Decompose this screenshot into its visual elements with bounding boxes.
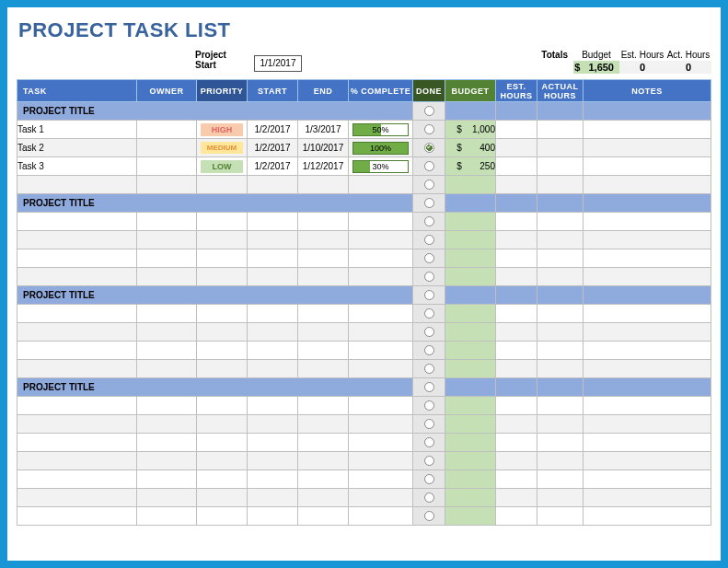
cell[interactable]: [248, 342, 298, 360]
cell[interactable]: [298, 397, 349, 415]
notes-cell[interactable]: [584, 378, 711, 397]
done-cell[interactable]: [413, 102, 445, 121]
radio-icon[interactable]: [424, 198, 434, 208]
done-cell[interactable]: [413, 397, 445, 415]
cell[interactable]: [197, 470, 248, 489]
cell[interactable]: [248, 213, 298, 231]
done-cell[interactable]: [413, 286, 445, 305]
budget-cell[interactable]: [445, 213, 496, 231]
cell[interactable]: [197, 305, 248, 323]
done-cell[interactable]: [413, 323, 445, 342]
cell[interactable]: [248, 489, 298, 507]
cell[interactable]: [584, 342, 711, 360]
done-cell[interactable]: [413, 194, 445, 213]
budget-cell[interactable]: [445, 286, 496, 305]
radio-icon[interactable]: [424, 253, 434, 263]
cell[interactable]: [298, 176, 349, 194]
cell[interactable]: [537, 397, 584, 415]
radio-icon[interactable]: [424, 493, 434, 503]
done-cell[interactable]: [413, 249, 445, 268]
cell[interactable]: [496, 452, 537, 470]
cell[interactable]: [298, 452, 349, 470]
priority-cell[interactable]: LOW: [197, 157, 248, 176]
est-cell[interactable]: [496, 121, 537, 139]
done-cell[interactable]: [413, 507, 445, 526]
start-cell[interactable]: 1/2/2017: [248, 157, 298, 176]
done-cell[interactable]: [413, 415, 445, 434]
cell[interactable]: [349, 213, 413, 231]
cell[interactable]: [17, 176, 137, 194]
cell[interactable]: [349, 415, 413, 434]
done-cell[interactable]: [413, 157, 445, 176]
radio-icon[interactable]: [424, 124, 434, 134]
end-cell[interactable]: 1/10/2017: [298, 139, 349, 157]
cell[interactable]: [17, 434, 137, 452]
cell[interactable]: [248, 360, 298, 378]
act-cell[interactable]: [537, 121, 584, 139]
cell[interactable]: [537, 507, 584, 526]
cell[interactable]: [584, 213, 711, 231]
start-cell[interactable]: 1/2/2017: [248, 121, 298, 139]
cell[interactable]: [248, 176, 298, 194]
cell[interactable]: [248, 434, 298, 452]
cell[interactable]: [298, 213, 349, 231]
cell[interactable]: [17, 249, 137, 268]
act-cell[interactable]: [537, 378, 584, 397]
cell[interactable]: [537, 489, 584, 507]
cell[interactable]: [496, 323, 537, 342]
cell[interactable]: [537, 434, 584, 452]
cell[interactable]: [248, 507, 298, 526]
radio-icon[interactable]: [424, 106, 434, 116]
task-name[interactable]: Task 1: [17, 121, 137, 139]
cell[interactable]: [496, 489, 537, 507]
done-cell[interactable]: [413, 231, 445, 249]
budget-cell[interactable]: [445, 415, 496, 434]
cell[interactable]: [248, 470, 298, 489]
cell[interactable]: [298, 268, 349, 286]
notes-cell[interactable]: [584, 102, 711, 121]
cell[interactable]: [137, 452, 197, 470]
budget-cell[interactable]: $ 1,000: [445, 121, 496, 139]
done-cell[interactable]: [413, 121, 445, 139]
cell[interactable]: [17, 231, 137, 249]
est-cell[interactable]: [496, 102, 537, 121]
cell[interactable]: [298, 489, 349, 507]
cell[interactable]: [248, 249, 298, 268]
cell[interactable]: [496, 342, 537, 360]
priority-cell[interactable]: HIGH: [197, 121, 248, 139]
cell[interactable]: [17, 305, 137, 323]
cell[interactable]: [17, 342, 137, 360]
radio-icon[interactable]: [424, 272, 434, 282]
cell[interactable]: [17, 213, 137, 231]
cell[interactable]: [584, 489, 711, 507]
cell[interactable]: [137, 176, 197, 194]
cell[interactable]: [496, 415, 537, 434]
radio-icon[interactable]: [424, 456, 434, 466]
cell[interactable]: [248, 305, 298, 323]
cell[interactable]: [496, 231, 537, 249]
cell[interactable]: [137, 489, 197, 507]
radio-icon[interactable]: [424, 382, 434, 392]
cell[interactable]: [298, 507, 349, 526]
done-cell[interactable]: [413, 452, 445, 470]
cell[interactable]: [584, 434, 711, 452]
budget-cell[interactable]: [445, 323, 496, 342]
budget-cell[interactable]: [445, 342, 496, 360]
cell[interactable]: [496, 268, 537, 286]
owner-cell[interactable]: [137, 157, 197, 176]
cell[interactable]: [137, 249, 197, 268]
done-cell[interactable]: [413, 305, 445, 323]
budget-cell[interactable]: [445, 360, 496, 378]
cell[interactable]: [537, 176, 584, 194]
budget-cell[interactable]: [445, 305, 496, 323]
done-cell[interactable]: [413, 139, 445, 157]
cell[interactable]: [537, 452, 584, 470]
cell[interactable]: [584, 470, 711, 489]
notes-cell[interactable]: [584, 121, 711, 139]
task-name[interactable]: Task 2: [17, 139, 137, 157]
cell[interactable]: [349, 342, 413, 360]
cell[interactable]: [584, 452, 711, 470]
progress-cell[interactable]: 50%: [349, 121, 413, 139]
cell[interactable]: [496, 249, 537, 268]
budget-cell[interactable]: [445, 194, 496, 213]
